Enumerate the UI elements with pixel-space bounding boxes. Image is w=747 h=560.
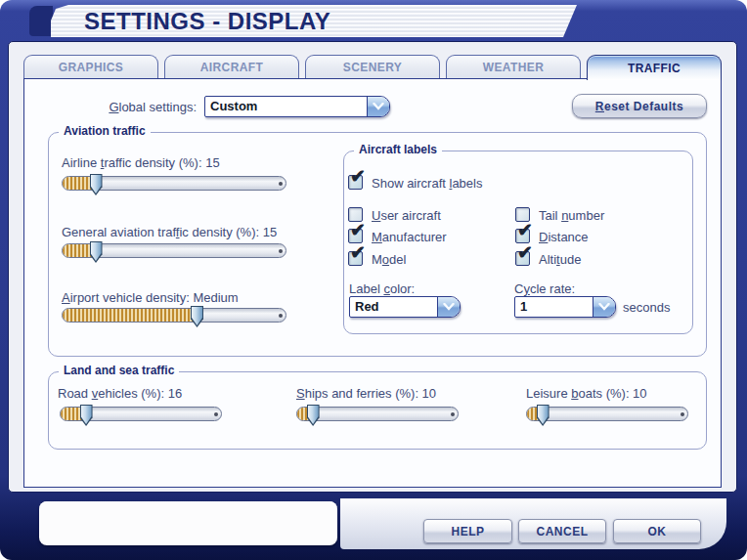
- slider-thumb-face: [91, 175, 102, 194]
- general-aviation-density-label: General aviation traffic density (%): 15: [62, 225, 277, 239]
- cycle-rate-label: Cycle rate:: [514, 281, 575, 296]
- checkbox-label[interactable]: Tail number: [539, 207, 604, 223]
- slider-end-dot: [681, 412, 684, 416]
- slider-thumb-face: [538, 406, 549, 424]
- checkbox-label[interactable]: Model: [372, 251, 406, 267]
- ok-button[interactable]: OK: [613, 519, 701, 543]
- slider-track[interactable]: [526, 407, 688, 421]
- slider-thumb[interactable]: [90, 174, 103, 195]
- checkbox-label[interactable]: Altitude: [539, 251, 581, 267]
- airport-vehicle-density-slider[interactable]: [62, 306, 286, 327]
- reset-defaults-button[interactable]: Reset Defaults: [572, 94, 707, 118]
- check-icon: ✔: [350, 167, 366, 186]
- slider-thumb[interactable]: [307, 405, 320, 426]
- aviation-traffic-title: Aviation traffic: [59, 124, 151, 138]
- slider-end-dot: [279, 314, 283, 318]
- settings-dialog: GRAPHICS AIRCRAFT SCENERY WEATHER TRAFFI…: [8, 41, 737, 493]
- road-vehicles-slider[interactable]: [60, 405, 222, 426]
- model-checkbox[interactable]: ✔ Model: [348, 251, 406, 267]
- help-button-label: HELP: [451, 525, 484, 538]
- checkbox-label[interactable]: Show aircraft labels: [372, 175, 482, 191]
- checkbox-box[interactable]: ✔: [348, 229, 363, 243]
- show-aircraft-labels-checkbox[interactable]: ✔ Show aircraft labels: [348, 175, 482, 191]
- tabstrip: GRAPHICS AIRCRAFT SCENERY WEATHER TRAFFI…: [23, 55, 722, 79]
- cancel-button-label: CANCEL: [537, 525, 589, 538]
- slider-track[interactable]: [296, 407, 459, 421]
- titlebar: SETTINGS - DISPLAY: [51, 5, 577, 37]
- cycle-rate-unit: seconds: [623, 300, 670, 315]
- road-vehicles-label: Road vehicles (%): 16: [58, 386, 182, 401]
- reset-defaults-label: Reset Defaults: [595, 100, 683, 113]
- checkbox-label[interactable]: Manufacturer: [372, 229, 447, 244]
- checkbox-box[interactable]: ✔: [515, 251, 530, 266]
- checkbox-label[interactable]: User aircraft: [372, 207, 441, 223]
- help-button[interactable]: HELP: [423, 519, 512, 543]
- label-color-label: Label color:: [349, 281, 415, 296]
- chevron-down-icon[interactable]: [367, 97, 389, 116]
- slider-thumb[interactable]: [191, 306, 203, 327]
- tab-traffic[interactable]: TRAFFIC: [587, 55, 722, 80]
- global-settings-dropdown[interactable]: Custom: [204, 96, 390, 117]
- tab-label: TRAFFIC: [628, 62, 681, 75]
- leisure-boats-slider[interactable]: [526, 405, 688, 426]
- tab-label: WEATHER: [483, 61, 545, 74]
- airport-vehicle-density-label: Airport vehicle density: Medium: [62, 290, 239, 305]
- tab-label: GRAPHICS: [59, 61, 124, 74]
- general-aviation-density-slider[interactable]: [62, 241, 286, 263]
- leisure-boats-label: Leisure boats (%): 10: [526, 386, 647, 401]
- check-icon: ✔: [517, 221, 533, 239]
- ships-ferries-slider[interactable]: [296, 405, 459, 426]
- tab-label: SCENERY: [343, 61, 402, 74]
- slider-thumb[interactable]: [537, 405, 549, 426]
- page-title: SETTINGS - DISPLAY: [51, 8, 330, 35]
- tab-scenery[interactable]: SCENERY: [305, 55, 440, 79]
- checkbox-label[interactable]: Distance: [539, 229, 589, 244]
- settings-window: SETTINGS - DISPLAY GRAPHICS AIRCRAFT SCE…: [0, 0, 747, 560]
- tab-label: AIRCRAFT: [200, 61, 264, 74]
- cycle-rate-dropdown[interactable]: 1: [514, 296, 616, 318]
- slider-thumb[interactable]: [80, 405, 93, 426]
- chevron-down-icon[interactable]: [593, 297, 615, 317]
- chevron-down-icon[interactable]: [437, 297, 460, 317]
- ships-ferries-label: Ships and ferries (%): 10: [296, 386, 436, 401]
- slider-thumb-face: [81, 406, 92, 424]
- slider-end-dot: [279, 249, 283, 253]
- altitude-checkbox[interactable]: ✔ Altitude: [515, 251, 581, 267]
- airline-traffic-density-slider[interactable]: [62, 174, 286, 195]
- label-color-value: Red: [350, 297, 437, 317]
- label-color-dropdown[interactable]: Red: [349, 296, 461, 318]
- check-icon: ✔: [350, 221, 366, 239]
- footer-blank-panel: [39, 501, 337, 545]
- slider-end-dot: [279, 182, 283, 186]
- slider-fill: [63, 309, 197, 322]
- global-settings-label: Global settings:: [93, 100, 197, 114]
- check-icon: ✔: [517, 243, 533, 262]
- checkbox-box[interactable]: ✔: [348, 251, 363, 266]
- check-icon: ✔: [350, 243, 366, 262]
- airline-traffic-density-label: Airline traffic density (%): 15: [62, 155, 220, 170]
- slider-thumb-face: [308, 406, 319, 424]
- aircraft-labels-title: Aircraft labels: [354, 143, 442, 156]
- slider-thumb-face: [91, 242, 102, 261]
- slider-thumb-face: [192, 307, 202, 325]
- ok-button-label: OK: [648, 525, 667, 538]
- traffic-tab-panel: Global settings: Custom Reset Defaults A…: [23, 78, 722, 488]
- cancel-button[interactable]: CANCEL: [518, 519, 606, 543]
- titlebar-notch: [29, 6, 53, 36]
- slider-thumb[interactable]: [90, 241, 103, 263]
- slider-end-dot: [451, 412, 455, 416]
- checkbox-box[interactable]: ✔: [348, 175, 363, 190]
- slider-track[interactable]: [62, 308, 286, 323]
- tab-graphics[interactable]: GRAPHICS: [23, 55, 158, 79]
- tab-aircraft[interactable]: AIRCRAFT: [164, 55, 299, 79]
- slider-end-dot: [214, 412, 218, 416]
- land-sea-traffic-title: Land and sea traffic: [59, 364, 179, 377]
- global-settings-value: Custom: [205, 97, 367, 116]
- tab-weather[interactable]: WEATHER: [446, 55, 581, 79]
- cycle-rate-value: 1: [515, 297, 593, 317]
- checkbox-box[interactable]: ✔: [515, 229, 530, 243]
